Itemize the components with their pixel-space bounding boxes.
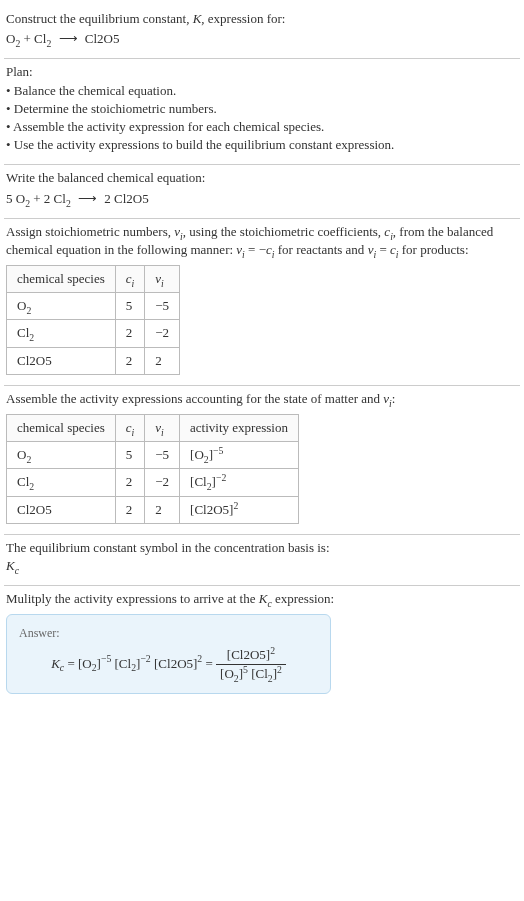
symbol-kc: Kc [6, 557, 518, 575]
plan-item: • Use the activity expressions to build … [6, 136, 518, 154]
reactant-2: Cl2 [34, 31, 51, 46]
table-row: Cl2 2 −2 [7, 320, 180, 347]
product-1: Cl2O5 [85, 31, 120, 46]
table-row: Cl2O5 2 2 [Cl2O5]2 [7, 496, 299, 523]
table-header-row: chemical species ci νi [7, 266, 180, 293]
table-row: O2 5 −5 [7, 293, 180, 320]
symbol-section: The equilibrium constant symbol in the c… [4, 535, 520, 585]
plan-item: • Assemble the activity expression for e… [6, 118, 518, 136]
balanced-section: Write the balanced chemical equation: 5 … [4, 165, 520, 217]
unbalanced-equation: O2 + Cl2 ⟶ Cl2O5 [6, 30, 518, 48]
col-nu: νi [145, 415, 180, 442]
col-nu: νi [145, 266, 180, 293]
table-header-row: chemical species ci νi activity expressi… [7, 415, 299, 442]
stoich-table: chemical species ci νi O2 5 −5 Cl2 2 −2 … [6, 265, 180, 375]
plan-item: • Balance the chemical equation. [6, 82, 518, 100]
table-row: Cl2 2 −2 [Cl2]−2 [7, 469, 299, 496]
arrow-icon: ⟶ [74, 190, 101, 208]
balanced-label: Write the balanced chemical equation: [6, 169, 518, 187]
col-c: ci [115, 266, 145, 293]
multiply-section: Mulitply the activity expressions to arr… [4, 586, 520, 704]
multiply-text: Mulitply the activity expressions to arr… [6, 590, 518, 608]
plan-title: Plan: [6, 63, 518, 81]
reactant-1: O2 [6, 31, 20, 46]
plan: Plan: • Balance the chemical equation. •… [4, 59, 520, 164]
balanced-equation: 5 O2 + 2 Cl2 ⟶ 2 Cl2O5 [6, 190, 518, 208]
assemble-section: Assemble the activity expressions accoun… [4, 386, 520, 534]
arrow-icon: ⟶ [55, 30, 82, 48]
answer-expression: Kc = [O2]−5 [Cl2]−2 [Cl2O5]2 = [Cl2O5]2[… [19, 646, 318, 683]
intro: Construct the equilibrium constant, K, e… [4, 6, 520, 58]
assemble-text: Assemble the activity expressions accoun… [6, 390, 518, 408]
table-row: Cl2O5 2 2 [7, 347, 180, 374]
answer-label: Answer: [19, 625, 318, 642]
intro-text-a: Construct the equilibrium constant, [6, 11, 193, 26]
symbol-text: The equilibrium constant symbol in the c… [6, 539, 518, 557]
col-activity: activity expression [180, 415, 299, 442]
activity-table: chemical species ci νi activity expressi… [6, 414, 299, 524]
fraction: [Cl2O5]2[O2]5 [Cl2]2 [216, 646, 286, 683]
assign-text: Assign stoichiometric numbers, νi, using… [6, 223, 518, 259]
col-species: chemical species [7, 266, 116, 293]
plan-item: • Determine the stoichiometric numbers. [6, 100, 518, 118]
col-species: chemical species [7, 415, 116, 442]
col-c: ci [115, 415, 145, 442]
intro-text-b: , expression for: [201, 11, 285, 26]
assign-section: Assign stoichiometric numbers, νi, using… [4, 219, 520, 385]
table-row: O2 5 −5 [O2]−5 [7, 442, 299, 469]
answer-box: Answer: Kc = [O2]−5 [Cl2]−2 [Cl2O5]2 = [… [6, 614, 331, 694]
